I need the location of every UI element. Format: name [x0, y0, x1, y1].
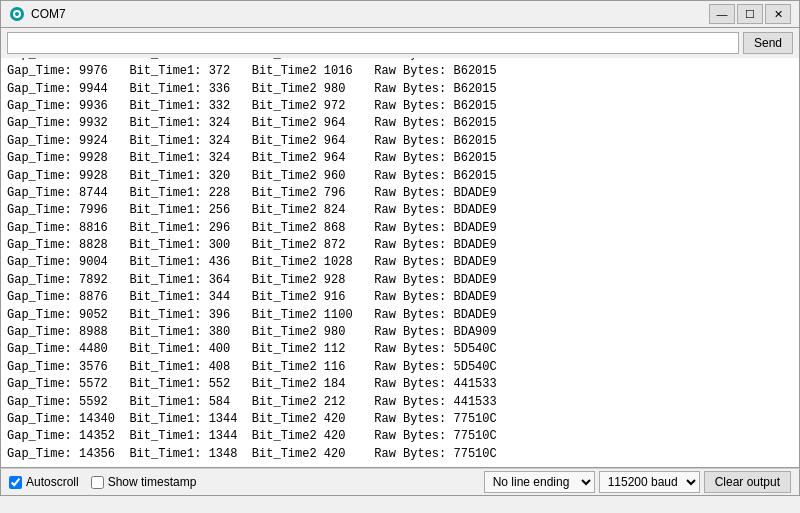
- maximize-button[interactable]: ☐: [737, 4, 763, 24]
- serial-line: Gap_Time: 7892 Bit_Time1: 364 Bit_Time2 …: [7, 272, 793, 289]
- autoscroll-checkbox[interactable]: [9, 476, 22, 489]
- show-timestamp-label[interactable]: Show timestamp: [91, 475, 197, 489]
- serial-line: Gap_Time: 9928 Bit_Time1: 324 Bit_Time2 …: [7, 150, 793, 167]
- window-controls: — ☐ ✕: [709, 4, 791, 24]
- monitor-container: Gap_Time: 9880 Bit_Time1: 276 Bit_Time2 …: [0, 58, 800, 468]
- minimize-button[interactable]: —: [709, 4, 735, 24]
- close-button[interactable]: ✕: [765, 4, 791, 24]
- serial-line: Gap_Time: 9936 Bit_Time1: 332 Bit_Time2 …: [7, 98, 793, 115]
- show-timestamp-text: Show timestamp: [108, 475, 197, 489]
- app-icon: [9, 6, 25, 22]
- status-bar-left: Autoscroll Show timestamp: [9, 475, 472, 489]
- send-button[interactable]: Send: [743, 32, 793, 54]
- serial-line: Gap_Time: 8816 Bit_Time1: 296 Bit_Time2 …: [7, 220, 793, 237]
- serial-line: Gap_Time: 9004 Bit_Time1: 436 Bit_Time2 …: [7, 254, 793, 271]
- autoscroll-text: Autoscroll: [26, 475, 79, 489]
- serial-line: Gap_Time: 9052 Bit_Time1: 396 Bit_Time2 …: [7, 307, 793, 324]
- status-bar-right: No line endingNewlineCarriage returnBoth…: [484, 471, 791, 493]
- serial-line: Gap_Time: 9944 Bit_Time1: 336 Bit_Time2 …: [7, 81, 793, 98]
- serial-line: Gap_Time: 14352 Bit_Time1: 1344 Bit_Time…: [7, 428, 793, 445]
- serial-line: Gap_Time: 8876 Bit_Time1: 344 Bit_Time2 …: [7, 289, 793, 306]
- clear-output-button[interactable]: Clear output: [704, 471, 791, 493]
- serial-line: Gap_Time: 8744 Bit_Time1: 228 Bit_Time2 …: [7, 185, 793, 202]
- toolbar: Send: [0, 28, 800, 58]
- serial-line: Gap_Time: 7996 Bit_Time1: 256 Bit_Time2 …: [7, 202, 793, 219]
- serial-output[interactable]: Gap_Time: 9880 Bit_Time1: 276 Bit_Time2 …: [1, 58, 799, 467]
- window-title: COM7: [31, 7, 66, 21]
- serial-line: Gap_Time: 5572 Bit_Time1: 552 Bit_Time2 …: [7, 376, 793, 393]
- serial-line: Gap_Time: 8988 Bit_Time1: 380 Bit_Time2 …: [7, 324, 793, 341]
- svg-point-2: [15, 12, 19, 16]
- baud-rate-select[interactable]: 300 baud1200 baud2400 baud4800 baud9600 …: [599, 471, 700, 493]
- serial-line: Gap_Time: 14340 Bit_Time1: 1344 Bit_Time…: [7, 411, 793, 428]
- line-ending-select[interactable]: No line endingNewlineCarriage returnBoth…: [484, 471, 595, 493]
- title-bar: COM7 — ☐ ✕: [0, 0, 800, 28]
- status-bar: Autoscroll Show timestamp No line ending…: [0, 468, 800, 496]
- serial-line: Gap_Time: 9932 Bit_Time1: 324 Bit_Time2 …: [7, 115, 793, 132]
- serial-line: Gap_Time: 5592 Bit_Time1: 584 Bit_Time2 …: [7, 394, 793, 411]
- message-input[interactable]: [7, 32, 739, 54]
- serial-line: Gap_Time: 9976 Bit_Time1: 372 Bit_Time2 …: [7, 63, 793, 80]
- serial-line: Gap_Time: 9924 Bit_Time1: 324 Bit_Time2 …: [7, 133, 793, 150]
- serial-line: Gap_Time: 14356 Bit_Time1: 1348 Bit_Time…: [7, 446, 793, 463]
- serial-line: Gap_Time: 8828 Bit_Time1: 300 Bit_Time2 …: [7, 237, 793, 254]
- serial-line: Gap_Time: 4480 Bit_Time1: 400 Bit_Time2 …: [7, 341, 793, 358]
- show-timestamp-checkbox[interactable]: [91, 476, 104, 489]
- autoscroll-label[interactable]: Autoscroll: [9, 475, 79, 489]
- serial-line: Gap_Time: 9928 Bit_Time1: 320 Bit_Time2 …: [7, 168, 793, 185]
- title-bar-left: COM7: [9, 6, 66, 22]
- serial-line: Gap_Time: 3576 Bit_Time1: 408 Bit_Time2 …: [7, 359, 793, 376]
